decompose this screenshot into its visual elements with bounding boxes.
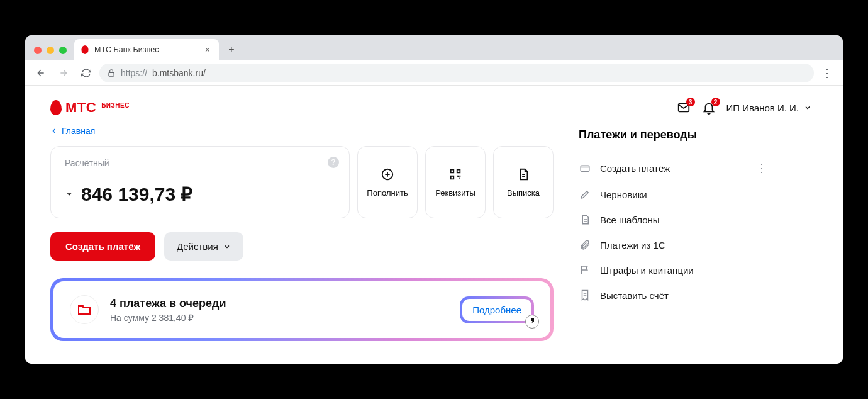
document-icon <box>516 167 531 182</box>
browser-toolbar: https://b.mtsbank.ru/ ⋮ <box>25 60 843 86</box>
sidebar-title: Платежи и переводы <box>579 128 767 142</box>
forward-button[interactable] <box>54 64 73 82</box>
reload-button[interactable] <box>77 64 96 82</box>
browser-menu-button[interactable]: ⋮ <box>818 64 837 82</box>
maximize-window-icon[interactable] <box>59 47 67 54</box>
brand-name: МТС <box>65 99 96 116</box>
create-payment-button[interactable]: Создать платёж <box>50 232 155 261</box>
sidebar-item-invoice[interactable]: Выставить счёт <box>579 283 767 308</box>
breadcrumb-label: Главная <box>62 126 95 136</box>
svg-rect-0 <box>109 72 114 76</box>
minimize-window-icon[interactable] <box>47 47 54 54</box>
requisites-tile[interactable]: Реквизиты <box>425 146 486 218</box>
new-tab-button[interactable]: + <box>223 41 240 59</box>
plus-circle-icon <box>380 167 395 182</box>
chevron-down-icon <box>223 243 231 250</box>
statement-tile[interactable]: Выписка <box>493 146 554 218</box>
svg-rect-3 <box>581 166 589 171</box>
help-icon[interactable]: ? <box>328 157 339 168</box>
breadcrumb[interactable]: Главная <box>50 126 554 136</box>
url-host: b.mtsbank.ru/ <box>152 68 206 78</box>
chevron-down-icon <box>804 104 811 111</box>
receipt-icon <box>579 289 591 301</box>
sidebar-item-label: Штрафы и квитанции <box>600 265 694 276</box>
account-card: Расчётный ? 846 139,73 ₽ <box>50 146 350 218</box>
sidebar-item-label: Создать платёж <box>600 163 670 174</box>
mail-button[interactable]: 3 <box>676 100 691 115</box>
back-button[interactable] <box>31 64 50 82</box>
sidebar-item-1c-payments[interactable]: Платежи из 1С <box>579 232 767 257</box>
chevron-down-icon <box>65 190 74 199</box>
sidebar-item-label: Все шаблоны <box>600 215 660 225</box>
cursor-icon <box>525 315 539 329</box>
more-icon[interactable]: ⋮ <box>756 161 767 175</box>
sidebar-item-fines[interactable]: Штрафы и квитанции <box>579 257 767 283</box>
favicon-icon <box>81 45 89 54</box>
account-balance: 846 139,73 ₽ <box>81 183 192 205</box>
brand-suffix: БИЗНЕС <box>101 102 130 109</box>
sidebar-item-templates[interactable]: Все шаблоны <box>579 207 767 232</box>
mts-egg-icon <box>50 100 62 115</box>
window-controls <box>30 47 72 60</box>
wallet-icon <box>579 162 591 174</box>
notifications-badge: 2 <box>711 98 720 106</box>
queue-details-button[interactable]: Подробнее <box>462 299 531 321</box>
topup-tile[interactable]: Пополнить <box>357 146 418 218</box>
brand-logo[interactable]: МТС БИЗНЕС <box>50 99 130 116</box>
url-scheme: https:// <box>121 68 147 78</box>
account-selector[interactable]: 846 139,73 ₽ <box>65 183 335 205</box>
close-tab-icon[interactable]: × <box>203 43 213 56</box>
lock-icon <box>107 69 116 77</box>
queue-subtitle: На сумму 2 381,40 ₽ <box>110 313 226 323</box>
user-menu[interactable]: ИП Иванов И. И. <box>726 103 811 113</box>
browser-tab[interactable]: МТС Банк Бизнес × <box>74 39 219 60</box>
actions-button[interactable]: Действия <box>164 232 243 261</box>
tab-title: МТС Банк Бизнес <box>94 45 159 54</box>
close-window-icon[interactable] <box>34 47 42 54</box>
sidebar-item-create-payment[interactable]: Создать платёж ⋮ <box>579 154 767 182</box>
sidebar-item-label: Выставить счёт <box>600 290 669 301</box>
file-icon <box>579 214 591 225</box>
mail-badge: 3 <box>686 98 695 106</box>
account-label: Расчётный <box>65 158 335 168</box>
notifications-button[interactable]: 2 <box>701 100 716 115</box>
sidebar-item-drafts[interactable]: Черновики <box>579 182 767 207</box>
requisites-label: Реквизиты <box>435 188 476 198</box>
user-name: ИП Иванов И. И. <box>726 103 799 113</box>
browser-tab-strip: МТС Банк Бизнес × + <box>25 35 843 60</box>
chevron-left-icon <box>50 127 58 135</box>
topup-label: Пополнить <box>367 188 408 198</box>
qr-icon <box>448 167 463 182</box>
paperclip-icon <box>579 239 591 250</box>
sidebar-item-label: Черновики <box>600 189 647 200</box>
folder-icon <box>70 295 99 324</box>
statement-label: Выписка <box>507 188 540 198</box>
pencil-icon <box>579 189 591 200</box>
address-bar[interactable]: https://b.mtsbank.ru/ <box>99 64 814 82</box>
flag-icon <box>579 264 591 276</box>
actions-label: Действия <box>177 241 218 252</box>
payments-queue-card: 4 платежа в очереди На сумму 2 381,40 ₽ … <box>50 278 554 341</box>
queue-title: 4 платежа в очереди <box>110 297 226 310</box>
sidebar-item-label: Платежи из 1С <box>600 240 665 250</box>
